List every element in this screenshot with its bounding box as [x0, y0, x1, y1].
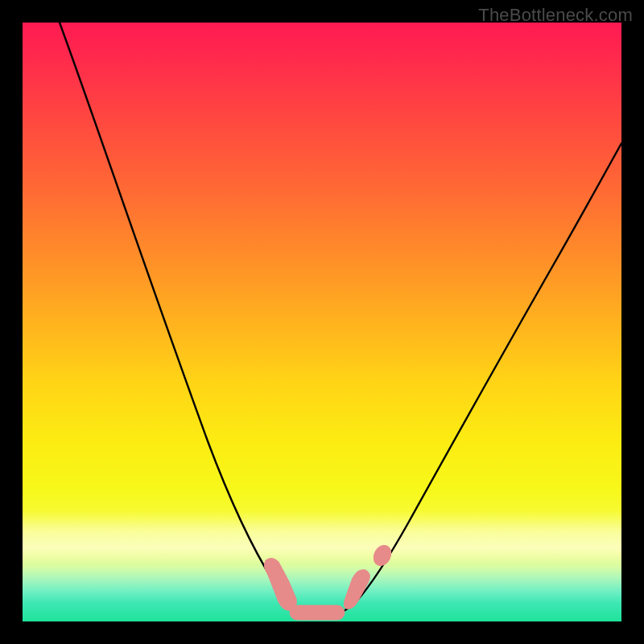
watermark-text: TheBottleneck.com [478, 5, 633, 26]
plot-area [23, 23, 621, 621]
bottleneck-curve [23, 23, 621, 621]
chart-frame: TheBottleneck.com [0, 0, 644, 644]
valley-marker [264, 543, 394, 620]
svg-point-1 [370, 543, 394, 568]
svg-rect-0 [290, 605, 345, 620]
